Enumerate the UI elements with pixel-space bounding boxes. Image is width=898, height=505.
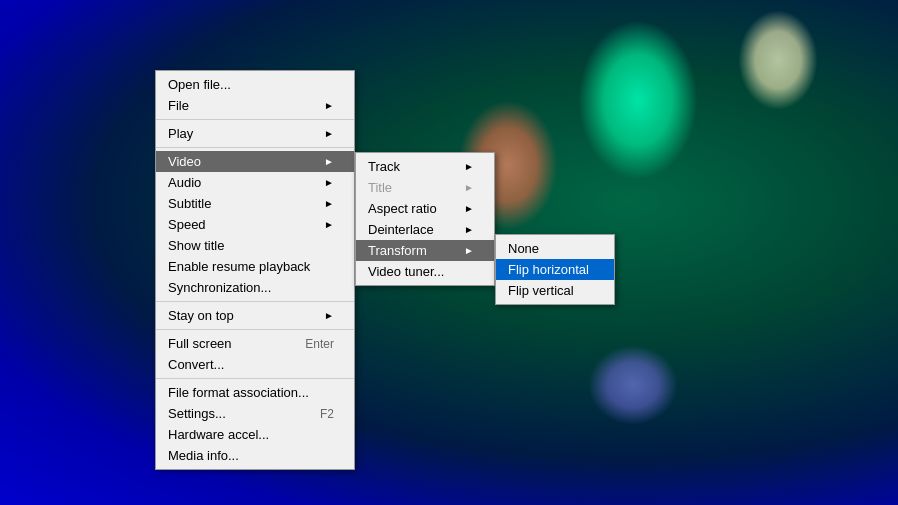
video-submenu-deinterlace-arrow: ► — [464, 224, 474, 235]
menu-item-audio-arrow: ► — [324, 177, 334, 188]
menu-item-speed-arrow: ► — [324, 219, 334, 230]
menu-item-subtitle-label: Subtitle — [168, 196, 314, 211]
menu-item-settings[interactable]: Settings... F2 — [156, 403, 354, 424]
menu-item-open-file[interactable]: Open file... — [156, 74, 354, 95]
menu-item-play[interactable]: Play ► — [156, 123, 354, 144]
video-submenu-video-tuner[interactable]: Video tuner... — [356, 261, 494, 282]
menu-item-synchronization-label: Synchronization... — [168, 280, 334, 295]
menu-item-video[interactable]: Video ► — [156, 151, 354, 172]
video-submenu-aspect-ratio-arrow: ► — [464, 203, 474, 214]
separator-5 — [156, 378, 354, 379]
menu-item-hardware-accel-label: Hardware accel... — [168, 427, 334, 442]
menu-item-play-label: Play — [168, 126, 314, 141]
main-menu: Open file... File ► Play ► Video ► Audio… — [155, 70, 355, 470]
menu-item-video-arrow: ► — [324, 156, 334, 167]
menu-item-file-format-label: File format association... — [168, 385, 334, 400]
menu-item-full-screen-shortcut: Enter — [305, 337, 334, 351]
menu-item-subtitle-arrow: ► — [324, 198, 334, 209]
menu-item-speed-label: Speed — [168, 217, 314, 232]
video-submenu-title-arrow: ► — [464, 182, 474, 193]
menu-item-enable-resume-label: Enable resume playback — [168, 259, 334, 274]
menu-item-file-format[interactable]: File format association... — [156, 382, 354, 403]
video-submenu-track-label: Track — [368, 159, 454, 174]
menu-item-show-title[interactable]: Show title — [156, 235, 354, 256]
separator-4 — [156, 329, 354, 330]
video-submenu-title-label: Title — [368, 180, 454, 195]
transform-submenu-flip-vertical-label: Flip vertical — [508, 283, 594, 298]
video-submenu: Track ► Title ► Aspect ratio ► Deinterla… — [355, 152, 495, 286]
menu-item-stay-on-top-arrow: ► — [324, 310, 334, 321]
menu-item-play-arrow: ► — [324, 128, 334, 139]
menu-item-synchronization[interactable]: Synchronization... — [156, 277, 354, 298]
menu-item-file-label: File — [168, 98, 314, 113]
menu-item-convert[interactable]: Convert... — [156, 354, 354, 375]
separator-2 — [156, 147, 354, 148]
menu-item-audio-label: Audio — [168, 175, 314, 190]
menu-item-subtitle[interactable]: Subtitle ► — [156, 193, 354, 214]
video-submenu-deinterlace-label: Deinterlace — [368, 222, 454, 237]
menu-item-show-title-label: Show title — [168, 238, 334, 253]
menu-item-settings-label: Settings... — [168, 406, 290, 421]
transform-submenu-flip-horizontal[interactable]: Flip horizontal — [496, 259, 614, 280]
transform-submenu-none-label: None — [508, 241, 594, 256]
video-submenu-deinterlace[interactable]: Deinterlace ► — [356, 219, 494, 240]
menu-item-convert-label: Convert... — [168, 357, 334, 372]
transform-submenu-flip-vertical[interactable]: Flip vertical — [496, 280, 614, 301]
video-submenu-transform[interactable]: Transform ► — [356, 240, 494, 261]
separator-3 — [156, 301, 354, 302]
menu-item-enable-resume[interactable]: Enable resume playback — [156, 256, 354, 277]
menu-item-media-info[interactable]: Media info... — [156, 445, 354, 466]
video-submenu-track[interactable]: Track ► — [356, 156, 494, 177]
menu-item-open-file-label: Open file... — [168, 77, 334, 92]
separator-1 — [156, 119, 354, 120]
menu-item-stay-on-top-label: Stay on top — [168, 308, 314, 323]
menu-item-stay-on-top[interactable]: Stay on top ► — [156, 305, 354, 326]
video-submenu-aspect-ratio[interactable]: Aspect ratio ► — [356, 198, 494, 219]
context-menu-wrapper: Open file... File ► Play ► Video ► Audio… — [155, 70, 615, 470]
menu-item-full-screen[interactable]: Full screen Enter — [156, 333, 354, 354]
video-submenu-track-arrow: ► — [464, 161, 474, 172]
video-submenu-transform-label: Transform — [368, 243, 454, 258]
video-submenu-title[interactable]: Title ► — [356, 177, 494, 198]
transform-submenu-flip-horizontal-label: Flip horizontal — [508, 262, 594, 277]
video-submenu-aspect-ratio-label: Aspect ratio — [368, 201, 454, 216]
video-submenu-video-tuner-label: Video tuner... — [368, 264, 474, 279]
menu-item-file-arrow: ► — [324, 100, 334, 111]
menu-item-settings-shortcut: F2 — [320, 407, 334, 421]
menu-item-file[interactable]: File ► — [156, 95, 354, 116]
jellyfish-2 — [738, 10, 818, 110]
transform-submenu: None Flip horizontal Flip vertical — [495, 234, 615, 305]
menu-item-speed[interactable]: Speed ► — [156, 214, 354, 235]
menu-item-video-label: Video — [168, 154, 314, 169]
transform-submenu-none[interactable]: None — [496, 238, 614, 259]
menu-item-audio[interactable]: Audio ► — [156, 172, 354, 193]
video-submenu-transform-arrow: ► — [464, 245, 474, 256]
menu-item-full-screen-label: Full screen — [168, 336, 275, 351]
menu-item-media-info-label: Media info... — [168, 448, 334, 463]
menu-item-hardware-accel[interactable]: Hardware accel... — [156, 424, 354, 445]
